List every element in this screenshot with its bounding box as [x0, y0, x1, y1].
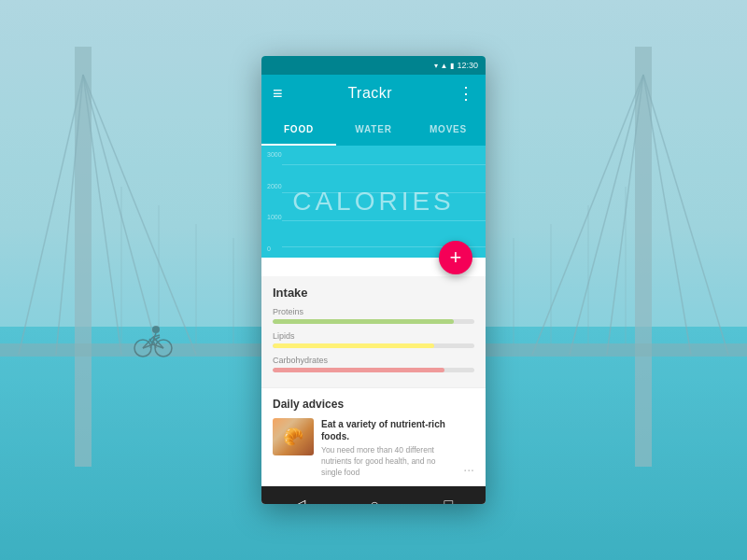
svg-line-33: [153, 337, 160, 341]
svg-rect-3: [635, 47, 652, 467]
svg-line-29: [153, 335, 160, 337]
svg-line-11: [607, 75, 643, 355]
grid-line-2: [282, 192, 486, 193]
tab-bar: FOOD WATER MOVES: [261, 112, 486, 146]
y-axis: 3000 2000 1000 0: [267, 146, 282, 258]
carbs-bar-fill: [273, 368, 444, 372]
add-fab-button[interactable]: +: [439, 241, 472, 274]
advice-body: You need more than 40 different nutrient…: [321, 445, 456, 479]
svg-line-5: [56, 75, 83, 355]
y-label-3000: 3000: [267, 151, 282, 158]
signal-icon: ▲: [441, 62, 448, 70]
svg-line-26: [153, 337, 163, 348]
app-title: Trackr: [347, 85, 392, 102]
nutrient-carbs: Carbohydrates: [273, 356, 474, 372]
nav-bar: ◁ ○ □: [261, 486, 486, 504]
svg-point-24: [155, 340, 172, 357]
status-bar: ▾ ▲ ▮ 12:30: [261, 56, 486, 75]
y-label-0: 0: [267, 245, 282, 252]
svg-line-27: [143, 344, 153, 348]
calories-label: CALORIES: [292, 187, 455, 217]
lipids-bar-bg: [273, 343, 474, 348]
nutrient-lipids: Lipids: [273, 331, 474, 348]
svg-line-4: [19, 75, 83, 355]
protein-label: Proteins: [273, 307, 474, 316]
protein-bar-fill: [273, 319, 454, 324]
svg-line-30: [149, 339, 153, 344]
svg-line-6: [83, 75, 121, 355]
more-icon[interactable]: ⋮: [458, 83, 474, 104]
grid-line-1: [282, 164, 486, 165]
svg-line-28: [153, 344, 163, 348]
advices-section: Daily advices 🥐 Eat a variety of nutrien…: [261, 387, 486, 486]
protein-bar-bg: [273, 319, 474, 324]
y-label-1000: 1000: [267, 214, 282, 220]
tab-water[interactable]: WATER: [336, 112, 411, 146]
svg-line-25: [143, 337, 153, 348]
svg-rect-2: [75, 47, 92, 467]
advice-text: Eat a variety of nutrient-rich foods. Yo…: [321, 418, 456, 479]
lipids-bar-fill: [273, 343, 434, 348]
advice-thumbnail: 🥐: [273, 418, 314, 455]
recent-nav-button[interactable]: □: [444, 497, 454, 504]
wifi-icon: ▾: [434, 62, 438, 70]
svg-point-31: [152, 326, 160, 333]
svg-line-8: [83, 75, 196, 355]
app-toolbar: ≡ Trackr ⋮: [261, 75, 486, 112]
carbs-bar-bg: [273, 368, 474, 372]
battery-icon: ▮: [450, 62, 454, 70]
intake-section: Intake Proteins Lipids Carbohydrates: [261, 276, 486, 387]
y-label-2000: 2000: [267, 183, 282, 189]
status-time: 12:30: [457, 61, 478, 70]
lipids-label: Lipids: [273, 331, 474, 341]
tab-moves[interactable]: MOVES: [411, 112, 486, 146]
advices-title: Daily advices: [273, 398, 474, 411]
svg-line-12: [570, 75, 643, 355]
svg-line-13: [532, 75, 643, 355]
calories-chart: 3000 2000 1000 0 CALORIES +: [261, 146, 486, 258]
grid-line-3: [282, 220, 486, 221]
svg-line-35: [153, 341, 156, 348]
phone-frame: ▾ ▲ ▮ 12:30 ≡ Trackr ⋮ FOOD WATER MOVES …: [261, 56, 486, 504]
svg-line-9: [643, 75, 728, 355]
tab-food[interactable]: FOOD: [261, 112, 336, 146]
back-nav-button[interactable]: ◁: [294, 496, 305, 504]
carbs-label: Carbohydrates: [273, 356, 474, 365]
status-icons: ▾ ▲ ▮ 12:30: [434, 61, 478, 70]
svg-line-34: [150, 341, 153, 348]
nutrient-proteins: Proteins: [273, 307, 474, 324]
menu-icon[interactable]: ≡: [273, 84, 283, 104]
svg-line-7: [83, 75, 159, 355]
advice-more-button[interactable]: ···: [463, 462, 474, 479]
advice-headline: Eat a variety of nutrient-rich foods.: [321, 418, 456, 442]
svg-line-10: [643, 75, 691, 355]
advice-item: 🥐 Eat a variety of nutrient-rich foods. …: [273, 418, 474, 479]
svg-line-32: [153, 333, 156, 341]
svg-point-23: [134, 340, 151, 357]
home-nav-button[interactable]: ○: [370, 497, 379, 504]
intake-title: Intake: [273, 286, 474, 300]
